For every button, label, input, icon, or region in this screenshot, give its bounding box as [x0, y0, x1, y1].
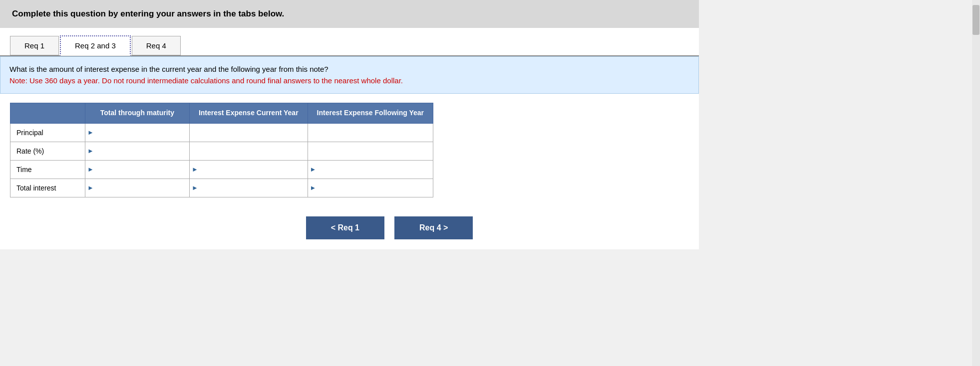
rate-following [308, 142, 433, 160]
total-interest-current: ► [189, 179, 308, 197]
time-following: ► [308, 160, 433, 179]
tab-req1-label: Req 1 [24, 41, 44, 50]
time-current: ► [189, 160, 308, 179]
table-row: Principal ► [10, 123, 433, 142]
rate-label: Rate (%) [10, 142, 85, 160]
col0-header [10, 103, 85, 124]
principal-total-input[interactable] [96, 124, 189, 142]
tab-req4[interactable]: Req 4 [132, 36, 181, 55]
arrow-icon: ► [85, 147, 96, 155]
tab-req23[interactable]: Req 2 and 3 [60, 35, 131, 56]
principal-current [189, 123, 308, 142]
instruction-main: What is the amount of interest expense i… [9, 64, 689, 75]
time-label: Time [10, 160, 85, 179]
table-area: Total through maturity Interest Expense … [0, 94, 699, 206]
time-following-input[interactable] [318, 161, 433, 179]
rate-current [189, 142, 308, 160]
col1-header: Total through maturity [85, 103, 190, 124]
arrow-icon: ► [190, 184, 200, 191]
principal-label: Principal [10, 123, 85, 142]
next-button-label: Req 4 > [419, 223, 448, 232]
time-current-input[interactable] [200, 161, 308, 179]
total-interest-current-input[interactable] [200, 179, 308, 197]
total-interest-label: Total interest [10, 179, 85, 197]
table-row: Time ► ► [10, 160, 433, 179]
principal-current-input[interactable] [190, 124, 308, 142]
col3-header: Interest Expense Following Year [308, 103, 433, 124]
arrow-icon: ► [308, 166, 319, 173]
instruction-box: What is the amount of interest expense i… [0, 56, 699, 94]
tabs-area: Req 1 Req 2 and 3 Req 4 [0, 28, 699, 56]
data-table: Total through maturity Interest Expense … [10, 103, 433, 197]
table-row: Rate (%) ► [10, 142, 433, 160]
principal-following [308, 123, 433, 142]
tab-req23-label: Req 2 and 3 [75, 41, 116, 50]
page-wrapper: Complete this question by entering your … [0, 0, 699, 249]
arrow-icon: ► [85, 129, 96, 136]
scrollbar-track[interactable] [972, 0, 980, 249]
rate-total: ► [85, 142, 190, 160]
arrow-icon: ► [85, 184, 96, 191]
header-text: Complete this question by entering your … [12, 9, 284, 18]
header-banner: Complete this question by entering your … [0, 0, 699, 28]
rate-total-input[interactable] [96, 142, 189, 160]
total-interest-total-input[interactable] [96, 179, 189, 197]
total-interest-total: ► [85, 179, 190, 197]
tab-req1[interactable]: Req 1 [10, 36, 59, 55]
scrollbar-thumb[interactable] [973, 5, 980, 35]
arrow-icon: ► [85, 166, 96, 173]
instruction-note: Note: Use 360 days a year. Do not round … [9, 75, 689, 87]
nav-buttons: < Req 1 Req 4 > [80, 206, 699, 249]
next-button[interactable]: Req 4 > [394, 216, 473, 239]
rate-following-input[interactable] [308, 142, 433, 160]
prev-button-label: < Req 1 [331, 223, 359, 232]
col2-header: Interest Expense Current Year [189, 103, 308, 124]
total-interest-following: ► [308, 179, 433, 197]
arrow-icon: ► [190, 166, 200, 173]
rate-current-input[interactable] [190, 142, 308, 160]
tab-req4-label: Req 4 [146, 41, 166, 50]
total-interest-following-input[interactable] [318, 179, 433, 197]
table-row: Total interest ► ► [10, 179, 433, 197]
time-total: ► [85, 160, 190, 179]
principal-following-input[interactable] [308, 124, 433, 142]
principal-total: ► [85, 123, 190, 142]
prev-button[interactable]: < Req 1 [306, 216, 384, 239]
time-total-input[interactable] [96, 161, 189, 179]
arrow-icon: ► [308, 184, 319, 191]
